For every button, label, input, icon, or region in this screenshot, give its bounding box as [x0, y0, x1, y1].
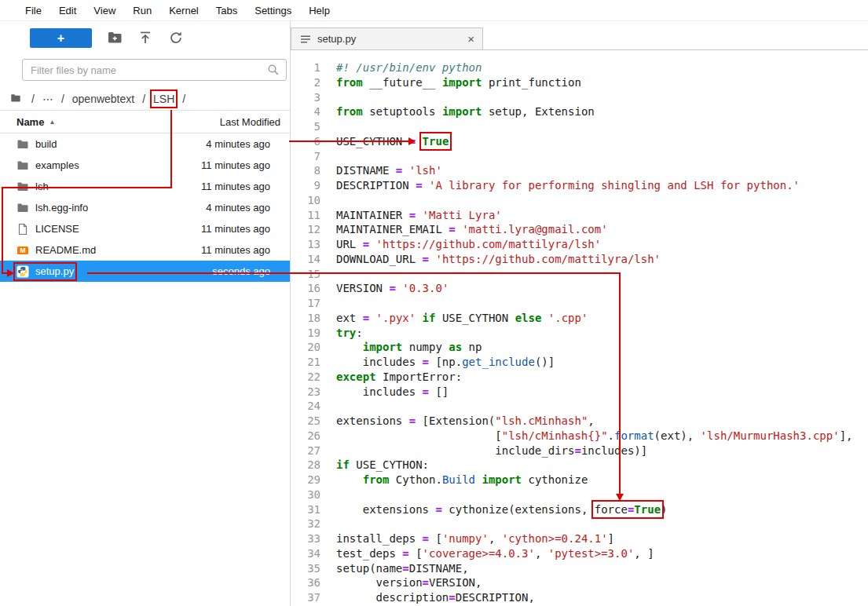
- code-editor[interactable]: 1#! /usr/bin/env python2from __future__ …: [291, 50, 868, 606]
- line-number: 35: [291, 561, 320, 576]
- line-number: 7: [291, 149, 320, 164]
- file-name: examples: [35, 159, 79, 171]
- upload-icon[interactable]: [137, 30, 153, 46]
- file-modified: 11 minutes ago: [201, 181, 270, 192]
- menu-item-settings[interactable]: Settings: [246, 5, 300, 16]
- column-header-name[interactable]: Name ▲: [16, 116, 55, 128]
- code-line[interactable]: 26 ["lsh/cMinhash{}".format(ext), 'lsh/M…: [291, 429, 868, 444]
- line-number: 2: [291, 75, 320, 90]
- breadcrumb-segment[interactable]: /: [142, 93, 145, 105]
- file-row-lsh[interactable]: lsh11 minutes ago: [0, 176, 290, 197]
- file-modified: 11 minutes ago: [201, 159, 270, 171]
- menu-item-kernel[interactable]: Kernel: [160, 5, 207, 16]
- file-name: README.md: [35, 244, 96, 256]
- menu-item-help[interactable]: Help: [300, 5, 339, 16]
- code-line[interactable]: 37 description=DESCRIPTION,: [291, 590, 868, 605]
- code-line[interactable]: 15: [291, 267, 868, 282]
- menu-item-tabs[interactable]: Tabs: [207, 5, 246, 16]
- file-row-lsh.egg-info[interactable]: lsh.egg-info4 minutes ago: [0, 197, 290, 218]
- line-number: 33: [291, 531, 320, 546]
- file-modified: 4 minutes ago: [206, 202, 270, 214]
- breadcrumb-segment[interactable]: LSH: [153, 93, 174, 105]
- code-line[interactable]: 6USE_CYTHON = True: [291, 134, 868, 149]
- line-number: 17: [291, 296, 320, 311]
- code-line[interactable]: 14DOWNLOAD_URL = 'https://github.com/mat…: [291, 252, 868, 267]
- code-line[interactable]: 33install_deps = ['numpy', 'cython>=0.24…: [291, 531, 868, 546]
- breadcrumb-segment[interactable]: ⋯: [42, 93, 53, 105]
- breadcrumb-segment[interactable]: /: [31, 93, 35, 105]
- line-number: 16: [291, 281, 320, 296]
- menu-item-run[interactable]: Run: [124, 5, 160, 16]
- tab-label: setup.py: [317, 33, 356, 45]
- code-line[interactable]: 21 includes = [np.get_include()]: [291, 355, 868, 370]
- code-line[interactable]: 20 import numpy as np: [291, 340, 868, 355]
- new-launcher-button[interactable]: +: [30, 28, 92, 48]
- code-line[interactable]: 11MAINTAINER = 'Matti Lyra': [291, 208, 868, 223]
- menu-item-view[interactable]: View: [85, 5, 124, 16]
- code-line[interactable]: 17: [291, 296, 868, 311]
- code-line[interactable]: 28if USE_CYTHON:: [291, 458, 868, 473]
- breadcrumb-segment[interactable]: /: [61, 93, 64, 105]
- code-line[interactable]: 30: [291, 487, 868, 502]
- code-line[interactable]: 31 extensions = cythonize(extensions, fo…: [291, 502, 868, 517]
- line-number: 18: [291, 311, 320, 326]
- code-line[interactable]: 7: [291, 149, 868, 164]
- code-line[interactable]: 18ext = '.pyx' if USE_CYTHON else '.cpp': [291, 311, 868, 326]
- code-line[interactable]: 9DESCRIPTION = 'A library for performing…: [291, 178, 868, 193]
- code-line[interactable]: 5: [291, 119, 868, 134]
- file-modified: 11 minutes ago: [201, 244, 270, 256]
- code-line[interactable]: 22except ImportError:: [291, 370, 868, 385]
- code-line[interactable]: 23 includes = []: [291, 385, 868, 400]
- menu-item-file[interactable]: File: [16, 5, 50, 16]
- file-name: lsh.egg-info: [35, 202, 88, 214]
- new-folder-icon[interactable]: [107, 30, 123, 46]
- code-line[interactable]: 35setup(name=DISTNAME,: [291, 561, 868, 576]
- code-line[interactable]: 36 version=VERSION,: [291, 575, 868, 590]
- folder-icon: [16, 159, 29, 172]
- file-row-setup.py[interactable]: setup.pyseconds ago: [0, 261, 290, 282]
- file-row-README.md[interactable]: MREADME.md11 minutes ago: [0, 239, 290, 261]
- markdown-icon: M: [16, 244, 29, 257]
- line-number: 32: [291, 517, 320, 531]
- code-line[interactable]: 1#! /usr/bin/env python: [291, 60, 868, 75]
- code-line[interactable]: 19try:: [291, 326, 868, 341]
- filter-files-input[interactable]: [22, 59, 287, 81]
- line-number: 26: [291, 429, 320, 444]
- line-number: 29: [291, 473, 320, 487]
- code-line[interactable]: 3: [291, 90, 868, 105]
- breadcrumb-segment[interactable]: openwebtext: [72, 93, 134, 105]
- code-line[interactable]: 4from setuptools import setup, Extension: [291, 104, 868, 119]
- refresh-icon[interactable]: [168, 30, 184, 46]
- menu-bar: FileEditViewRunKernelTabsSettingsHelp: [0, 0, 868, 21]
- code-line[interactable]: 27 include_dirs=includes)]: [291, 444, 868, 458]
- file-row-LICENSE[interactable]: LICENSE11 minutes ago: [0, 218, 290, 239]
- column-header-last-modified[interactable]: Last Modified: [220, 116, 280, 128]
- line-number: 1: [291, 60, 320, 75]
- code-line[interactable]: 16VERSION = '0.3.0': [291, 281, 868, 296]
- tab-setup-py[interactable]: setup.py ×: [291, 27, 483, 49]
- sort-ascending-icon: ▲: [49, 119, 55, 126]
- code-line[interactable]: 13URL = 'https://github.com/mattilyra/ls…: [291, 237, 868, 252]
- code-line[interactable]: 29 from Cython.Build import cythonize: [291, 473, 868, 487]
- file-row-build[interactable]: build4 minutes ago: [0, 133, 290, 155]
- close-tab-icon[interactable]: ×: [467, 32, 474, 46]
- line-number: 20: [291, 340, 320, 355]
- breadcrumb-segment[interactable]: /: [182, 93, 185, 105]
- code-line[interactable]: 2from __future__ import print_function: [291, 75, 868, 90]
- line-number: 24: [291, 399, 320, 414]
- code-line[interactable]: 32: [291, 517, 868, 531]
- code-line[interactable]: 10: [291, 193, 868, 208]
- line-number: 30: [291, 487, 320, 502]
- folder-icon: [16, 138, 29, 151]
- file-row-examples[interactable]: examples11 minutes ago: [0, 155, 290, 176]
- code-line[interactable]: 34test_deps = ['coverage>=4.0.3', 'pytes…: [291, 546, 868, 561]
- code-line[interactable]: 8DISTNAME = 'lsh': [291, 163, 868, 178]
- code-line[interactable]: 24: [291, 399, 868, 414]
- folder-icon: [16, 202, 29, 214]
- menu-item-edit[interactable]: Edit: [50, 5, 85, 16]
- home-folder-icon[interactable]: [9, 93, 24, 104]
- line-number: 8: [291, 163, 320, 178]
- code-line[interactable]: 12MAINTAINER_EMAIL = 'matti.lyra@gmail.c…: [291, 222, 868, 237]
- highlight-box: force=True: [595, 503, 661, 516]
- code-line[interactable]: 25extensions = [Extension("lsh.cMinhash"…: [291, 414, 868, 429]
